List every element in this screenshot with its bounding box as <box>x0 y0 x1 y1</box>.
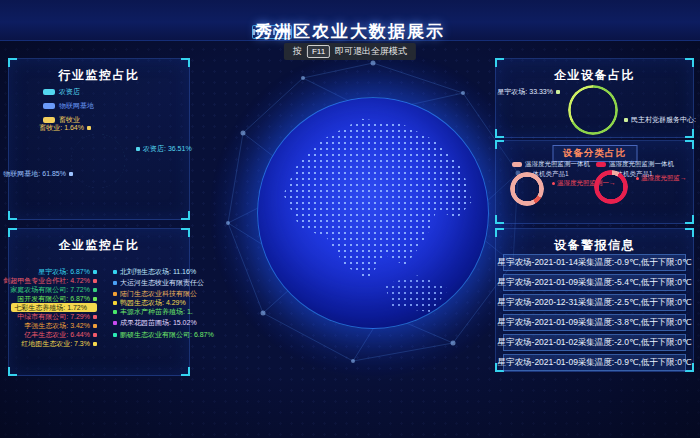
corner-accent <box>495 58 504 67</box>
panel-title-alarms: 设备警报信息 <box>496 229 693 254</box>
label-text: 北刘翔生态农场: 11.16% <box>120 267 196 276</box>
label-text: 中绿市有限公司: 7.29% <box>17 312 90 321</box>
alarm-text: 星宇农场-2021-01-09采集温度:-5.4℃,低于下限:0℃ <box>498 277 692 289</box>
label-text: 家庭农场有限公司: 7.72% <box>10 285 90 294</box>
f11-keycap: F11 <box>307 45 330 58</box>
corner-accent <box>495 215 504 224</box>
label-text: 丰源水产种苗养殖场: 1. <box>120 307 193 316</box>
chart-label: 李强生态农场: 3.42% <box>24 321 97 330</box>
label-dot <box>93 270 97 274</box>
corner-accent <box>181 211 190 220</box>
corner-accent <box>685 228 694 237</box>
chart-label: 红地图生态农业: 7.3% <box>21 339 97 348</box>
legend-item[interactable]: 农资店 <box>43 87 94 97</box>
device-donut-chart[interactable] <box>568 85 618 135</box>
legend-swatch <box>43 89 55 95</box>
legend-swatch <box>512 162 522 167</box>
corner-accent <box>181 367 190 376</box>
label-text: 亿丰生态农业: 6.44% <box>24 330 90 339</box>
alarm-row: 星宇农场-2021-01-09采集温度:-5.4℃,低于下限:0℃ <box>503 274 686 291</box>
corner-accent <box>495 140 504 149</box>
corner-accent <box>685 129 694 138</box>
callout-dot <box>552 182 555 185</box>
chart-label: 家庭农场有限公司: 7.72% <box>10 285 97 294</box>
chart-label: 七彩生态养殖场: 1.72% <box>11 303 97 312</box>
chart-label: 星宇农场: 33.33% <box>497 87 560 96</box>
label-text: 民主村党群服务中心: <box>631 115 696 124</box>
industry-legend: 农资店 物联网基地 畜牧业 <box>43 87 94 125</box>
alarm-row: 星宇农场-2021-01-09采集温度:-0.9℃,低于下限:0℃ <box>503 354 686 371</box>
panel-device-alarms: 设备警报信息 星宇农场-2021-01-14采集温度:-0.9℃,低于下限:0℃… <box>495 228 694 372</box>
label-dot <box>113 321 117 325</box>
globe-continent-dots <box>258 98 488 328</box>
label-text: 红地图生态农业: 7.3% <box>21 339 90 348</box>
panel-enterprise-monitor: 企业监控占比 星宇农场: 6.87% 剑超甲鱼专业合作社: 4.72% 家庭农场… <box>8 228 190 376</box>
fullscreen-exit-tooltip: 按 F11 即可退出全屏模式 <box>284 43 416 60</box>
classification-legend-a[interactable]: 温湿度光照监测一体机 <box>512 160 590 169</box>
alarm-row: 星宇农场-2021-01-14采集温度:-0.9℃,低于下限:0℃ <box>503 254 686 271</box>
chart-label: 民主村党群服务中心: <box>624 115 696 124</box>
callout-dot <box>636 177 639 180</box>
label-dot <box>113 333 117 337</box>
chart-label: 国开发有限公司: 6.87% <box>17 294 97 303</box>
chart-label: 剑超甲鱼专业合作社: 4.72% <box>3 276 97 285</box>
industry-donut-chart[interactable] <box>71 134 125 188</box>
globe <box>257 97 489 329</box>
panel-industry-monitor: 行业监控占比 农资店 物联网基地 畜牧业 畜牧业: 1.64% <box>8 58 190 220</box>
tooltip-suffix: 即可退出全屏模式 <box>335 46 407 57</box>
panel-title-industry: 行业监控占比 <box>9 59 189 84</box>
label-text: 七彩生态养殖场: 1.72% <box>14 303 87 312</box>
chart-label: 北刘翔生态农场: 11.16% <box>113 267 196 276</box>
classification-legend-b[interactable]: 温湿度光照监测一体机 <box>596 160 674 169</box>
alarm-text: 星宇农场-2020-12-31采集温度:-2.5℃,低于下限:0℃ <box>498 297 692 309</box>
label-dot <box>93 333 97 337</box>
chart-label: 丰源水产种苗养殖场: 1. <box>113 307 193 316</box>
legend-swatch <box>43 103 55 109</box>
corner-accent <box>685 140 694 149</box>
label-text: 李强生态农场: 3.42% <box>24 321 90 330</box>
label-text: 星宇农场: 33.33% <box>497 87 553 96</box>
alarm-row: 星宇农场-2021-01-09采集温度:-3.8℃,低于下限:0℃ <box>503 314 686 331</box>
alarm-row: 星宇农场-2021-01-02采集温度:-2.0℃,低于下限:0℃ <box>503 334 686 351</box>
legend-label: 温湿度光照监测一体机 <box>609 160 674 169</box>
label-text: 鹏硕生态农业有限公司: 6.87% <box>120 330 214 339</box>
page-title: 秀洲区农业大数据展示 <box>255 20 445 43</box>
chart-label: 鸭园生态农场: 4.29% <box>113 298 186 307</box>
dashboard: 秀洲区农业大数据展示 按 F11 即可退出全屏模式 行业监控占比 农资店 物联网… <box>0 0 700 438</box>
label-dot <box>113 310 117 314</box>
corner-accent <box>181 58 190 67</box>
classification-donut-b[interactable] <box>594 170 628 204</box>
legend-item[interactable]: 物联网基地 <box>43 101 94 111</box>
label-text: 陆门生态农业科技有限公 <box>120 289 197 298</box>
label-text: 大运河生态牧业有限责任公 <box>120 278 204 287</box>
chart-label: 农资店: 36.51% <box>136 144 192 153</box>
panel-title-enterprise: 企业监控占比 <box>9 229 189 254</box>
chart-label: 中绿市有限公司: 7.29% <box>17 312 97 321</box>
corner-accent <box>495 129 504 138</box>
label-text: 鸭园生态农场: 4.29% <box>120 298 186 307</box>
alarm-text: 星宇农场-2021-01-09采集温度:-0.9℃,低于下限:0℃ <box>498 357 692 369</box>
alarm-text: 星宇农场-2021-01-02采集温度:-2.0℃,低于下限:0℃ <box>498 337 692 349</box>
legend-item[interactable]: 畜牧业 <box>43 115 94 125</box>
chart-label: 大运河生态牧业有限责任公 <box>113 278 204 287</box>
label-dot <box>624 118 628 122</box>
label-text: 农资店: 36.51% <box>143 144 192 153</box>
tooltip-prefix: 按 <box>293 46 302 57</box>
corner-accent <box>8 228 17 237</box>
label-text: 国开发有限公司: 6.87% <box>17 294 90 303</box>
classification-callout-b: 温湿度光照监→ <box>636 174 687 183</box>
alarm-text: 星宇农场-2021-01-09采集温度:-3.8℃,低于下限:0℃ <box>498 317 692 329</box>
label-text: 剑超甲鱼专业合作社: 4.72% <box>3 276 90 285</box>
header-bar: 秀洲区农业大数据展示 <box>0 0 700 41</box>
panel-title-device: 企业设备占比 <box>496 59 693 84</box>
chart-label: 成果花园苗圃场: 15.02% <box>113 318 197 327</box>
alarm-text: 星宇农场-2021-01-14采集温度:-0.9℃,低于下限:0℃ <box>498 257 692 269</box>
panel-device-classification: 设备分类占比 温湿度光照监测一体机 一体机类产品1 温湿度光照监测一→ 温湿度光… <box>495 140 694 224</box>
chart-label: 亿丰生态农业: 6.44% <box>24 330 97 339</box>
label-text: 成果花园苗圃场: 15.02% <box>120 318 197 327</box>
corner-accent <box>8 211 17 220</box>
callout-text: 温湿度光照监→ <box>641 174 687 183</box>
classification-donut-a[interactable] <box>510 172 544 206</box>
enterprise-donut-chart[interactable] <box>87 276 121 310</box>
legend-swatch <box>596 162 606 167</box>
